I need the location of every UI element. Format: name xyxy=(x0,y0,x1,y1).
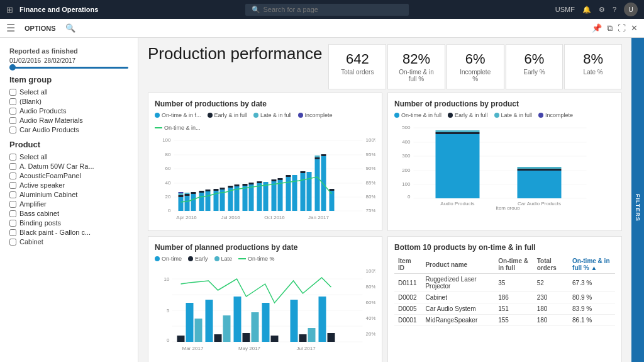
svg-text:Item group: Item group xyxy=(496,205,520,210)
svg-rect-106 xyxy=(223,315,231,342)
svg-text:0: 0 xyxy=(168,208,171,213)
kpi-ontime: 82% On-time & in full % xyxy=(387,44,445,89)
svg-rect-36 xyxy=(228,186,233,188)
svg-text:100: 100 xyxy=(402,181,411,187)
svg-text:80%: 80% xyxy=(366,284,376,290)
svg-rect-113 xyxy=(299,334,307,342)
item-audio-raw[interactable]: Audio Raw Materials xyxy=(9,116,128,124)
legend-late-bar: Late & in full xyxy=(253,112,292,118)
svg-text:500: 500 xyxy=(402,125,411,130)
cell-pct: 67.3 % xyxy=(569,274,615,292)
svg-rect-47 xyxy=(272,179,277,181)
svg-text:400: 400 xyxy=(402,139,411,145)
svg-text:60: 60 xyxy=(165,166,171,171)
prod-aluminium[interactable]: Aluminium Cabinet xyxy=(9,191,128,198)
right-filters-panel[interactable]: FILTERS xyxy=(631,38,644,362)
svg-rect-107 xyxy=(234,297,242,342)
col-item-id: Item ID xyxy=(394,256,421,274)
legend3-late: Late xyxy=(214,256,233,262)
prod-binding[interactable]: Binding posts xyxy=(9,219,128,227)
user-label: USMF xyxy=(555,6,575,13)
col-total-orders: Total orders xyxy=(533,256,569,274)
svg-rect-44 xyxy=(257,181,262,183)
date-range: 01/02/2016 28/02/2017 xyxy=(9,57,128,64)
prod-select-all[interactable]: Select all xyxy=(9,153,128,161)
svg-text:200: 200 xyxy=(402,167,411,173)
item-group-label: Item group xyxy=(9,75,128,84)
kpi-early-value: 6% xyxy=(516,51,553,67)
chart3-legend: On-time Early Late On-time % xyxy=(155,256,375,262)
chart3-svg: 10 5 0 100% 80% 60% 40% 20% xyxy=(155,265,375,353)
search-icon: 🔍 xyxy=(252,6,260,14)
date-slider[interactable] xyxy=(9,67,128,69)
cell-total: 230 xyxy=(533,292,569,303)
page-title: Production performance xyxy=(148,44,322,64)
svg-rect-28 xyxy=(199,191,204,193)
avatar: U xyxy=(624,3,638,16)
svg-rect-23 xyxy=(185,194,190,196)
kpi-ontime-label: On-time & in full % xyxy=(397,69,435,82)
svg-rect-45 xyxy=(264,182,269,211)
bottom10-table-container: Item ID Product name On-time & in full T… xyxy=(394,256,615,326)
item-audio-products[interactable]: Audio Products xyxy=(9,107,128,115)
prod-speaker[interactable]: Active speaker xyxy=(9,181,128,189)
svg-rect-21 xyxy=(179,192,184,193)
prod-bass[interactable]: Bass cabinet xyxy=(9,210,128,217)
svg-text:100: 100 xyxy=(162,137,171,143)
prod-amplifier[interactable]: Amplifier xyxy=(9,200,128,208)
item-car-audio[interactable]: Car Audio Products xyxy=(9,126,128,133)
svg-text:20%: 20% xyxy=(366,331,376,337)
table-body: D0111 Ruggedized Laser Projector 35 52 6… xyxy=(394,274,615,326)
maximize-icon[interactable]: ⛶ xyxy=(618,23,626,33)
grid-icon: ⊞ xyxy=(6,5,13,14)
svg-rect-38 xyxy=(235,184,240,186)
cell-ontime: 155 xyxy=(494,315,533,326)
cell-name: Car Audio System xyxy=(421,303,494,315)
svg-rect-114 xyxy=(308,328,316,342)
svg-rect-52 xyxy=(292,175,297,211)
item-select-all[interactable]: Select all xyxy=(9,88,128,96)
kpi-row: 642 Total orders 82% On-time & in full %… xyxy=(328,44,622,89)
prod-datum[interactable]: A. Datum 50W Car Ra... xyxy=(9,162,128,170)
close-icon[interactable]: ✕ xyxy=(631,23,638,33)
svg-rect-55 xyxy=(307,172,312,211)
kpi-late-label: Late % xyxy=(574,69,612,76)
svg-text:40: 40 xyxy=(165,180,171,186)
table-row: D0001 MidRangeSpeaker 155 180 86.1 % xyxy=(394,315,615,326)
kpi-incomplete-label: Incomplete % xyxy=(457,69,494,82)
pin-icon[interactable]: 📌 xyxy=(592,23,602,33)
search-input[interactable] xyxy=(264,6,389,13)
slider-thumb[interactable] xyxy=(9,64,16,71)
svg-rect-37 xyxy=(235,186,240,211)
svg-rect-103 xyxy=(195,319,203,342)
chart2-title: Number of productions by product xyxy=(394,99,615,108)
svg-text:Oct 2016: Oct 2016 xyxy=(264,215,285,220)
cell-name: Cabinet xyxy=(421,292,494,303)
svg-rect-108 xyxy=(243,333,250,342)
prod-black-paint[interactable]: Black paint - Gallon c... xyxy=(9,229,128,236)
window-icon[interactable]: ⧉ xyxy=(607,23,613,33)
svg-text:Jul 2017: Jul 2017 xyxy=(296,346,316,351)
svg-text:0: 0 xyxy=(167,337,170,343)
legend3-early: Early xyxy=(188,256,208,262)
svg-rect-46 xyxy=(272,181,277,211)
legend2-ontime: On-time & in full xyxy=(394,112,441,118)
reported-finished-label: Reported as finished xyxy=(9,47,128,55)
prod-foam[interactable]: AcousticFoamPanel xyxy=(9,172,128,179)
kpi-early-label: Early % xyxy=(516,69,553,76)
svg-rect-51 xyxy=(286,175,291,177)
chart-productions-by-date: Number of productions by date On-time & … xyxy=(148,93,382,231)
options-search-icon[interactable]: 🔍 xyxy=(65,23,75,33)
svg-rect-39 xyxy=(243,186,248,211)
item-blank[interactable]: (Blank) xyxy=(9,98,128,105)
menu-icon[interactable]: ☰ xyxy=(6,22,15,34)
svg-rect-111 xyxy=(271,336,279,342)
item-group-filter: Item group Select all (Blank) Audio Prod… xyxy=(9,75,128,133)
svg-rect-80 xyxy=(436,132,480,134)
chart-productions-by-product: Number of productions by product On-time… xyxy=(387,93,622,231)
prod-cabinet[interactable]: Cabinet xyxy=(9,238,128,246)
svg-rect-56 xyxy=(315,159,320,211)
svg-rect-40 xyxy=(243,184,248,186)
svg-text:0: 0 xyxy=(408,194,411,200)
cell-total: 180 xyxy=(533,303,569,315)
